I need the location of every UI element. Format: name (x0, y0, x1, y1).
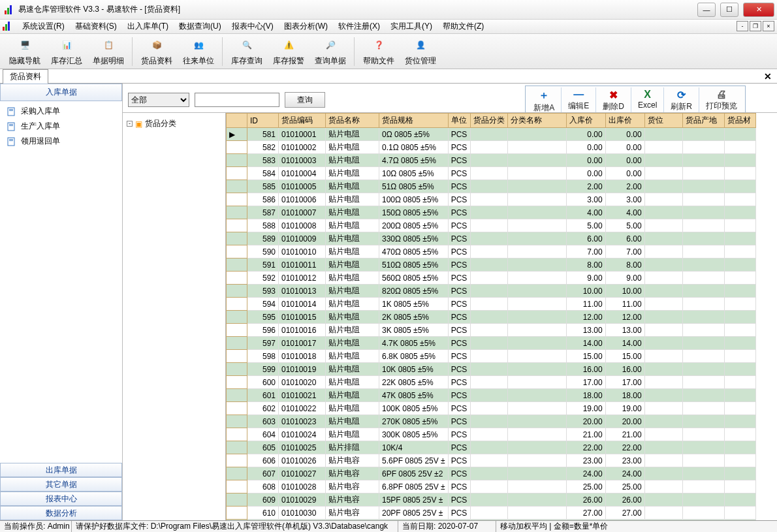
window-maximize-button[interactable]: ☐ (720, 3, 738, 17)
table-row[interactable]: 60101010021贴片电阻47K 0805 ±5%PCS18.0018.00 (227, 389, 756, 402)
mdi-restore-button[interactable]: ❐ (750, 21, 761, 31)
menu-item-3[interactable]: 数据查询(U) (174, 20, 227, 33)
search-button[interactable]: 查询 (285, 92, 325, 108)
svg-rect-10 (9, 124, 13, 125)
table-row[interactable]: 59601010016贴片电阻3K 0805 ±5%PCS13.0013.00 (227, 324, 756, 337)
data-grid-wrap[interactable]: ID货品编码货品名称货品规格单位货品分类分类名称入库价出库价货位货品产地货品材 … (226, 113, 777, 532)
col-header-0[interactable]: ID (247, 114, 279, 128)
table-row[interactable]: 59401010014贴片电阻1K 0805 ±5%PCS11.0011.00 (227, 298, 756, 311)
col-header-11[interactable]: 货品材 (724, 114, 755, 128)
col-header-3[interactable]: 货品规格 (379, 114, 449, 128)
document-icon (7, 136, 17, 147)
sidebar-header-inbound[interactable]: 入库单据 (0, 84, 122, 101)
sidebar-section-0[interactable]: 出库单据 (0, 463, 122, 477)
sidebar-item-1[interactable]: 生产入库单 (0, 119, 122, 134)
table-row[interactable]: 58501010005贴片电阻51Ω 0805 ±5%PCS2.002.00 (227, 180, 756, 193)
table-row[interactable]: 58801010008贴片电阻200Ω 0805 ±5%PCS5.005.00 (227, 219, 756, 232)
action-btn-2[interactable]: ✖删除D (596, 87, 631, 114)
menu-item-7[interactable]: 实用工具(Y) (385, 20, 437, 33)
table-row[interactable]: 61001010030贴片电容20PF 0805 25V ±PCS27.0027… (227, 507, 756, 520)
filter-scope-select[interactable]: 全部 (128, 93, 189, 107)
toolbar-icon: 🔎 (321, 36, 340, 54)
status-date: 当前日期: 2020-07-07 (398, 521, 496, 532)
table-row[interactable]: 58901010009贴片电阻330Ω 0805 ±5%PCS6.006.00 (227, 232, 756, 245)
sidebar-section-3[interactable]: 数据分析 (0, 506, 122, 520)
col-header-6[interactable]: 分类名称 (507, 114, 566, 128)
toolbar-btn-0[interactable]: 🖥️隐藏导航 (4, 35, 46, 68)
col-header-1[interactable]: 货品编码 (279, 114, 326, 128)
toolbar-btn-7[interactable]: 🔎查询单据 (309, 35, 351, 68)
menu-item-6[interactable]: 软件注册(X) (333, 20, 385, 33)
table-row[interactable]: 58201010002贴片电阻0.1Ω 0805 ±5%PCS0.000.00 (227, 141, 756, 154)
table-row[interactable]: 60401010024贴片电阻300K 0805 ±5%PCS21.0021.0… (227, 428, 756, 441)
table-row[interactable]: 58701010007贴片电阻150Ω 0805 ±5%PCS4.004.00 (227, 206, 756, 219)
toolbar-btn-2[interactable]: 📋单据明细 (87, 35, 129, 68)
action-btn-5[interactable]: 🖨打印预览 (699, 87, 744, 113)
table-row[interactable]: 60701010027贴片电容6PF 0805 25V ±2PCS24.0024… (227, 467, 756, 480)
sidebar-section-1[interactable]: 其它单据 (0, 477, 122, 492)
svg-rect-3 (3, 27, 5, 31)
toolbar-btn-5[interactable]: 🔍库存查询 (226, 35, 268, 68)
mdi-close-button[interactable]: × (763, 21, 774, 31)
action-btn-0[interactable]: ＋新增A (527, 87, 561, 115)
mdi-minimize-button[interactable]: - (737, 21, 748, 31)
col-header-8[interactable]: 出库价 (605, 114, 644, 128)
document-tab[interactable]: 货品资料 (3, 69, 48, 84)
left-sidebar: 入库单据 采购入库单生产入库单领用退回单 出库单据其它单据报表中心数据分析 (0, 84, 123, 520)
status-formula: 移动加权平均 | 金额=数量*单价 (496, 521, 777, 532)
table-row[interactable]: 59201010012贴片电阻560Ω 0805 ±5%PCS9.009.00 (227, 272, 756, 285)
table-row[interactable]: 59701010017贴片电阻4.7K 0805 ±5%PCS14.0014.0… (227, 337, 756, 350)
col-header-9[interactable]: 货位 (644, 114, 682, 128)
table-row[interactable]: 60201010022贴片电阻100K 0805 ±5%PCS19.0019.0… (227, 402, 756, 415)
table-row[interactable]: 58401010004贴片电阻10Ω 0805 ±5%PCS0.000.00 (227, 167, 756, 180)
col-header-7[interactable]: 入库价 (566, 114, 605, 128)
action-btn-1[interactable]: —编辑E (562, 87, 595, 113)
toolbar-btn-4[interactable]: 👥往来单位 (178, 35, 219, 68)
tree-root-item[interactable]: - ▣ 货品分类 (125, 117, 223, 131)
menu-item-4[interactable]: 报表中心(V) (227, 20, 279, 33)
table-row[interactable]: 59001010010贴片电阻470Ω 0805 ±5%PCS7.007.00 (227, 245, 756, 258)
table-row[interactable]: 60001010020贴片电阻22K 0805 ±5%PCS17.0017.00 (227, 376, 756, 389)
document-tab-close-button[interactable]: ✕ (764, 71, 772, 82)
table-row[interactable]: 59101010011贴片电阻510Ω 0805 ±5%PCS8.008.00 (227, 258, 756, 272)
toolbar-btn-3[interactable]: 📦货品资料 (136, 35, 178, 68)
sidebar-section-2[interactable]: 报表中心 (0, 492, 122, 506)
table-row[interactable]: 59301010013贴片电阻820Ω 0805 ±5%PCS10.0010.0… (227, 285, 756, 298)
menu-item-5[interactable]: 图表分析(W) (279, 20, 333, 33)
menu-item-8[interactable]: 帮助文件(Z) (437, 20, 489, 33)
toolbar-btn-1[interactable]: 📊库存汇总 (46, 35, 87, 68)
sidebar-item-2[interactable]: 领用退回单 (0, 134, 122, 149)
data-grid: ID货品编码货品名称货品规格单位货品分类分类名称入库价出库价货位货品产地货品材 … (226, 113, 756, 532)
table-row[interactable]: 59801010018贴片电阻6.8K 0805 ±5%PCS15.0015.0… (227, 350, 756, 363)
col-header-5[interactable]: 货品分类 (470, 114, 507, 128)
table-row[interactable]: 58601010006贴片电阻100Ω 0805 ±5%PCS3.003.00 (227, 193, 756, 206)
menu-item-1[interactable]: 基础资料(S) (70, 20, 122, 33)
col-header-4[interactable]: 单位 (448, 114, 470, 128)
action-btn-3[interactable]: XExcel (631, 87, 663, 111)
menu-item-2[interactable]: 出入库单(T) (122, 20, 174, 33)
table-row[interactable]: 59501010015贴片电阻2K 0805 ±5%PCS12.0012.00 (227, 311, 756, 324)
action-btn-4[interactable]: ⟳刷新R (664, 87, 699, 114)
table-row[interactable]: 58301010003贴片电阻4.7Ω 0805 ±5%PCS0.000.00 (227, 154, 756, 167)
window-minimize-button[interactable]: — (697, 3, 716, 17)
col-header-2[interactable]: 货品名称 (326, 114, 379, 128)
table-row[interactable]: 60601010026贴片电容5.6PF 0805 25V ±PCS23.002… (227, 454, 756, 467)
table-row[interactable]: 60301010023贴片电阻270K 0805 ±5%PCS20.0020.0… (227, 415, 756, 428)
app-icon (4, 5, 14, 15)
filter-text-input[interactable] (195, 93, 279, 107)
toolbar-btn-6[interactable]: ⚠️库存报警 (268, 35, 309, 68)
sidebar-item-0[interactable]: 采购入库单 (0, 104, 122, 119)
menu-item-0[interactable]: 系统设置(R) (17, 20, 70, 33)
menu-bar: 系统设置(R)基础资料(S)出入库单(T)数据查询(U)报表中心(V)图表分析(… (0, 20, 777, 34)
window-close-button[interactable]: ✕ (743, 3, 774, 17)
toolbar-btn-9[interactable]: 👤货位管理 (400, 35, 441, 68)
table-row[interactable]: ▶58101010001贴片电阻0Ω 0805 ±5%PCS0.000.00 (227, 128, 756, 141)
table-row[interactable]: 59901010019贴片电阻10K 0805 ±5%PCS16.0016.00 (227, 363, 756, 376)
toolbar-icon: ⚠️ (279, 36, 298, 54)
col-header-10[interactable]: 货品产地 (682, 114, 724, 128)
toolbar-btn-8[interactable]: ❓帮助文件 (358, 35, 400, 68)
table-row[interactable]: 60801010028贴片电容6.8PF 0805 25V ±PCS25.002… (227, 480, 756, 493)
table-row[interactable]: 60901010029贴片电容15PF 0805 25V ±PCS26.0026… (227, 493, 756, 507)
table-row[interactable]: 60501010025贴片排阻10K/4PCS22.0022.00 (227, 441, 756, 454)
svg-rect-8 (9, 110, 13, 111)
